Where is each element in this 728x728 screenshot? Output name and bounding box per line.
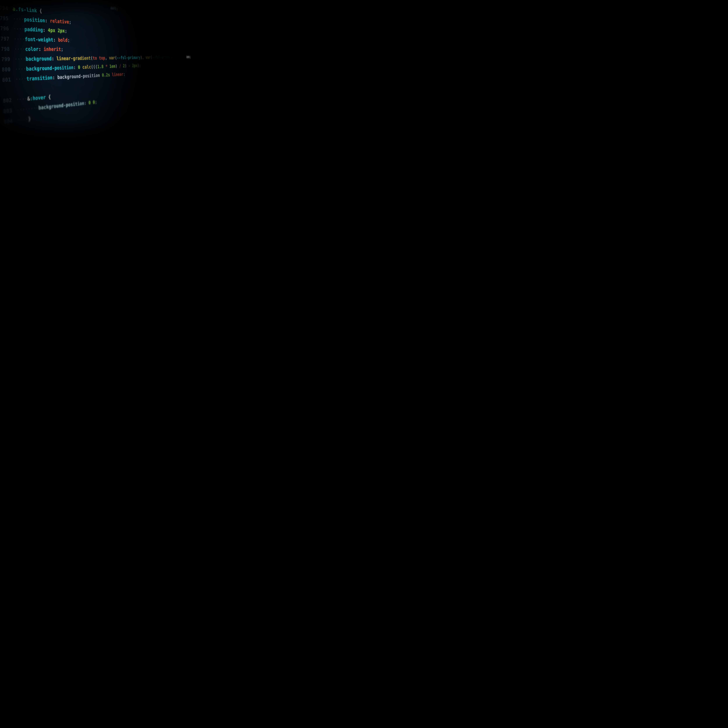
css-property: padding xyxy=(24,26,43,33)
line-number: 794 xyxy=(0,2,13,14)
code-editor: ant; 794 a.fs-link { 795 ····position: r… xyxy=(0,0,161,128)
css-property: background-position xyxy=(26,65,73,72)
line-number: 801 xyxy=(0,74,15,86)
css-number: 2px xyxy=(58,28,65,34)
css-property: background xyxy=(26,56,52,62)
selector-pseudo: :hover xyxy=(30,95,46,102)
css-property: transition xyxy=(26,75,52,82)
css-value: inherit xyxy=(44,46,61,52)
screen-photo: ant; 794 a.fs-link { 795 ····position: r… xyxy=(0,0,187,140)
line-number: 797 xyxy=(0,33,14,44)
line-number: 800 xyxy=(0,64,15,75)
brace: } xyxy=(28,116,31,122)
selector-class: .fs-link xyxy=(15,6,37,14)
css-value: relative xyxy=(50,18,69,25)
css-ident: background-position xyxy=(57,73,100,80)
css-property: position xyxy=(24,17,45,24)
css-number: 4px xyxy=(48,28,55,33)
selector-tag: a xyxy=(12,6,15,12)
css-function: calc xyxy=(82,64,91,70)
brace: { xyxy=(37,8,42,14)
nesting-amp: & xyxy=(27,96,30,102)
line-number: 795 xyxy=(0,12,13,24)
css-property: font-weight xyxy=(25,36,54,43)
line-number: 804 xyxy=(0,115,17,128)
css-property: color xyxy=(25,46,39,52)
line-number: 799 xyxy=(0,54,15,65)
css-function: linear-gradient xyxy=(57,55,91,61)
line-number: 798 xyxy=(0,44,14,54)
css-value: bold xyxy=(58,37,68,43)
line-number: 796 xyxy=(0,23,14,34)
code-fragment: ant; xyxy=(110,5,118,11)
